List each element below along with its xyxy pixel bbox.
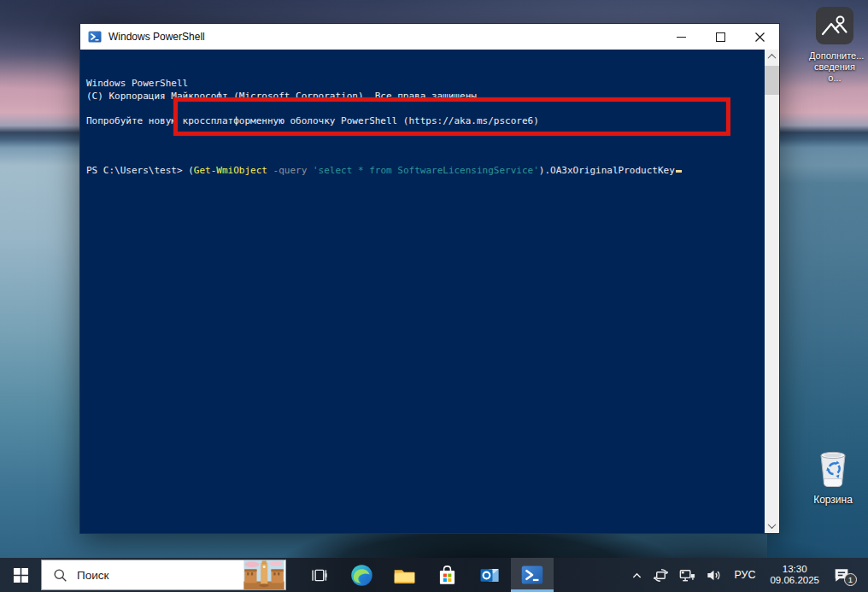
powershell-title-icon (88, 30, 102, 44)
taskbar-app-store[interactable] (425, 558, 468, 592)
command-text: (Get-WmiObject -query 'select * from Sof… (188, 165, 675, 176)
wallpaper-right-shade (767, 124, 868, 592)
scrollbar-thumb[interactable] (765, 66, 779, 95)
volume-icon (705, 566, 723, 584)
close-button[interactable] (740, 24, 779, 50)
search-input[interactable]: Поиск (41, 560, 286, 590)
chevron-up-icon (768, 54, 777, 62)
maximize-icon (716, 32, 725, 42)
minimize-button[interactable] (661, 24, 701, 50)
system-tray: РУС 13:30 09.06.2025 1 (626, 558, 868, 592)
vertical-scrollbar[interactable] (765, 50, 779, 533)
network-button[interactable] (674, 558, 701, 592)
file-explorer-icon (393, 564, 416, 587)
chevron-down-icon (768, 520, 777, 529)
window-title: Windows PowerShell (108, 31, 205, 43)
console-output: Windows PowerShell(C) Корпорация Майкрос… (86, 78, 761, 140)
minimize-icon (677, 37, 686, 38)
display-sync-icon (652, 566, 670, 584)
search-highlight-image[interactable] (243, 560, 285, 589)
maximize-button[interactable] (701, 24, 740, 50)
clock-time: 13:30 (770, 564, 819, 575)
powershell-window: Windows PowerShell Windows PowerShell(C)… (79, 23, 780, 534)
search-icon (53, 568, 67, 583)
clock-date: 09.06.2025 (770, 575, 819, 586)
chevron-up-tray-icon (630, 569, 643, 582)
display-sync-button[interactable] (648, 558, 674, 592)
search-placeholder: Поиск (77, 569, 108, 582)
scroll-up-button[interactable] (765, 50, 779, 64)
start-button[interactable] (0, 558, 41, 592)
task-view-button[interactable] (297, 558, 340, 592)
task-view-icon (310, 566, 328, 584)
window-titlebar[interactable]: Windows PowerShell (80, 24, 779, 50)
taskbar-app-powershell-active[interactable] (511, 558, 554, 592)
outlook-icon (478, 564, 501, 587)
desktop-icon-recycle-bin[interactable]: Корзина (807, 448, 859, 506)
desktop-icon-learn-more[interactable]: Дополните... сведения о... (809, 7, 860, 84)
taskbar-clock[interactable]: 13:30 09.06.2025 (762, 564, 827, 586)
language-indicator[interactable]: РУС (727, 569, 762, 581)
volume-button[interactable] (701, 558, 727, 592)
store-icon (437, 565, 458, 586)
close-icon (755, 32, 765, 42)
desktop-icon-label: Дополните... сведения о... (809, 50, 860, 84)
powershell-icon (520, 563, 544, 587)
show-hidden-icons-button[interactable] (626, 558, 648, 592)
taskbar-app-file-explorer[interactable] (383, 558, 425, 592)
recycle-bin-label: Корзина (807, 495, 859, 506)
scroll-down-button[interactable] (765, 519, 779, 533)
edge-icon (350, 564, 373, 587)
windows-logo-icon (14, 568, 28, 583)
notification-badge: 1 (844, 573, 857, 586)
console-viewport[interactable]: Windows PowerShell(C) Корпорация Майкрос… (80, 50, 779, 533)
action-center-button[interactable]: 1 (827, 558, 861, 592)
taskbar-app-outlook[interactable] (468, 558, 511, 592)
taskbar: Поиск (0, 558, 868, 592)
prompt: PS C:\Users\test> (86, 165, 188, 176)
photo-tile-icon (816, 7, 853, 44)
ethernet-network-icon (678, 566, 696, 584)
recycle-bin-icon (815, 448, 851, 489)
command-line[interactable]: PS C:\Users\test> (Get-WmiObject -query … (86, 165, 761, 178)
text-cursor (676, 170, 682, 173)
taskbar-app-edge[interactable] (340, 558, 383, 592)
